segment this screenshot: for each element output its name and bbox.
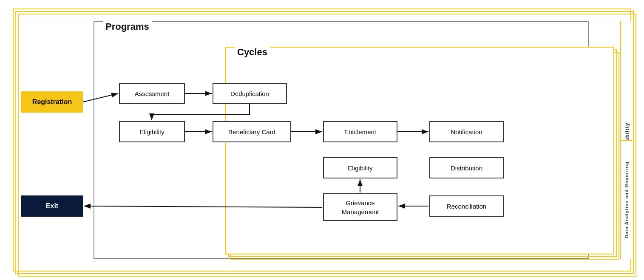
reconciliation-box: Reconciliation (429, 195, 504, 217)
beneficiary-card-box: Beneficiary Card (213, 121, 291, 142)
entitlement-box: Entitlement (323, 121, 397, 142)
cycles-title: Cycles (235, 47, 270, 58)
exit-box: Exit (21, 195, 83, 217)
analytics-label: Data Analytics and Reporting (620, 140, 632, 259)
programs-title: Programs (103, 21, 152, 32)
eligibility-cycle-box: Eligibility (323, 157, 397, 178)
grievance-text: Grievance Management (342, 198, 379, 216)
deduplication-box: Deduplication (213, 83, 287, 104)
cycles-frame: Cycles (225, 47, 614, 255)
notification-box: Notification (429, 121, 504, 142)
diagram-container: Auditability Data Analytics and Reportin… (13, 8, 631, 272)
assessment-box: Assessment (119, 83, 185, 104)
eligibility-programs-box: Eligibility (119, 121, 185, 142)
distribution-box: Distribution (429, 157, 504, 178)
grievance-box: Grievance Management (323, 193, 397, 221)
registration-box: Registration (21, 91, 83, 113)
